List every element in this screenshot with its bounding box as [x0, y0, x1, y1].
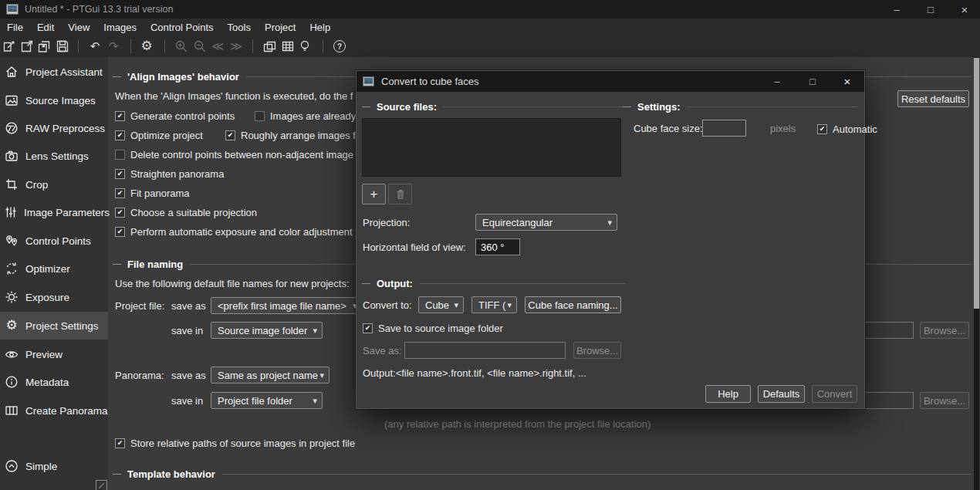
checkbox-fit-panorama[interactable]: Fit panorama [115, 188, 190, 198]
button-label: Reset defaults [901, 93, 965, 105]
sidebar-item-create-panorama[interactable]: Create Panorama [0, 397, 108, 424]
sun-icon [4, 289, 19, 305]
sidebar-item-simple[interactable]: Simple [0, 452, 108, 480]
sidebar-item-project-settings[interactable]: ⚙ Project Settings [0, 312, 108, 340]
toolbar-separator [164, 39, 165, 53]
save-as-input[interactable] [404, 342, 566, 359]
zoom-in-button[interactable] [174, 39, 188, 53]
menu-help[interactable]: Help [302, 22, 337, 33]
import-project-button[interactable] [36, 39, 52, 53]
panorama-folder-browse-button[interactable]: Browse... [920, 392, 969, 409]
checkbox-label: Roughly arrange images fir [241, 130, 361, 141]
sidebar-item-raw-preprocess[interactable]: RAW Preprocess [0, 114, 108, 142]
menu-tools[interactable]: Tools [221, 22, 258, 33]
checkbox-save-to-source-folder[interactable]: Save to source image folder [363, 323, 503, 333]
previous-image-button[interactable]: ≪ [211, 39, 225, 53]
cube-face-naming-button[interactable]: Cube face naming... [525, 296, 621, 313]
checkbox-images-already-positioned[interactable]: Images are already [255, 110, 356, 121]
minimize-button[interactable]: – [881, 0, 912, 19]
hfov-input[interactable]: 360 ° [475, 238, 520, 255]
save-button[interactable] [56, 39, 69, 53]
menu-project[interactable]: Project [258, 22, 302, 33]
undo-button[interactable]: ↶ [88, 39, 102, 53]
checkbox-automatic[interactable]: Automatic [817, 123, 877, 134]
file-format-dropdown[interactable]: TIFF ( [471, 296, 517, 313]
detail-viewer-button[interactable] [281, 39, 295, 53]
menu-view[interactable]: View [61, 22, 96, 33]
new-project-button[interactable] [2, 39, 16, 53]
reset-defaults-button[interactable]: Reset defaults [897, 90, 969, 107]
scrollbar[interactable] [974, 57, 979, 490]
checkbox-icon [115, 130, 125, 140]
sidebar-item-crop[interactable]: Crop [0, 171, 108, 198]
checkbox-icon [817, 124, 827, 134]
checkbox-delete-control-points[interactable]: Delete control points between non-adjace… [115, 149, 353, 160]
sidebar-item-label: Project Assistant [25, 66, 103, 78]
section-title: Source files: [377, 101, 437, 113]
sidebar-item-preview[interactable]: Preview [0, 340, 108, 368]
convert-to-dropdown[interactable]: Cube [418, 296, 464, 313]
panorama-save-in-dropdown[interactable]: Project file folder [211, 392, 323, 409]
checkbox-straighten-panorama[interactable]: Straighten panorama [115, 168, 224, 179]
close-button[interactable]: × [949, 0, 980, 19]
file-naming-intro: Use the following default file names for… [115, 278, 350, 289]
menu-edit[interactable]: Edit [30, 22, 61, 33]
checkbox-auto-exposure[interactable]: Perform automatic exposure and color adj… [115, 226, 353, 237]
dialog-close-button[interactable]: × [830, 71, 864, 92]
source-files-list[interactable] [362, 118, 621, 177]
settings-button[interactable]: ⚙ [140, 39, 154, 53]
checkbox-optimize-project[interactable]: Optimize project [115, 130, 203, 140]
header-line [420, 283, 626, 284]
sidebar-item-exposure[interactable]: Exposure [0, 283, 108, 311]
remove-file-button[interactable] [388, 184, 412, 204]
sidebar-item-control-points[interactable]: Control Points [0, 227, 108, 255]
save-as-browse-button[interactable]: Browse... [573, 342, 621, 359]
redo-button[interactable]: ↷ [106, 39, 120, 53]
sidebar-item-optimizer[interactable]: Optimizer [0, 255, 108, 282]
sidebar-item-project-assistant[interactable]: Project Assistant [0, 58, 108, 86]
minimize-icon: – [774, 76, 779, 87]
menu-control-points[interactable]: Control Points [144, 22, 221, 33]
project-save-in-dropdown[interactable]: Source image folder [211, 322, 323, 339]
sidebar-item-source-images[interactable]: Source Images [0, 86, 108, 114]
cube-face-size-input[interactable] [702, 120, 746, 137]
dialog-minimize-button[interactable]: – [760, 71, 794, 92]
sidebar-item-lens-settings[interactable]: Lens Settings [0, 142, 108, 170]
toolbar-separator [252, 39, 253, 53]
scrollbar-thumb[interactable] [974, 58, 979, 309]
checkbox-generate-control-points[interactable]: Generate control points [115, 110, 235, 121]
open-project-button[interactable] [20, 39, 34, 53]
sidebar-item-image-parameters[interactable]: Image Parameters [0, 198, 108, 226]
dialog-maximize-button[interactable]: □ [796, 71, 830, 92]
checkbox-roughly-arrange[interactable]: Roughly arrange images fir [225, 130, 361, 140]
checkbox-icon [115, 169, 125, 179]
menu-file[interactable]: File [0, 22, 30, 33]
aperture-icon [4, 120, 19, 136]
save-in-label: save in [171, 325, 203, 336]
zoom-out-button[interactable] [193, 39, 207, 53]
project-save-as-dropdown[interactable]: <prefix first image file name> [211, 297, 363, 314]
add-file-button[interactable]: + [362, 184, 386, 204]
refresh-icon [4, 261, 19, 276]
defaults-button[interactable]: Defaults [758, 385, 805, 403]
help-button[interactable]: Help [705, 385, 751, 403]
convert-button[interactable]: Convert [812, 385, 857, 403]
panorama-save-as-dropdown[interactable]: Same as project name [211, 367, 329, 384]
checkbox-label: Images are already [270, 110, 356, 122]
projection-dropdown[interactable]: Equirectangular [475, 214, 617, 231]
checkbox-choose-projection[interactable]: Choose a suitable projection [115, 207, 257, 218]
menu-images[interactable]: Images [96, 22, 144, 33]
sidebar-item-label: Simple [25, 461, 57, 472]
help-button[interactable]: ? [333, 39, 346, 53]
sidebar-edit-icon[interactable] [96, 480, 107, 490]
input-value: 360 ° [481, 242, 505, 253]
checkbox-label: Optimize project [130, 130, 203, 141]
project-folder-browse-button[interactable]: Browse... [920, 322, 969, 339]
panorama-editor-button[interactable] [262, 39, 278, 53]
maximize-button[interactable]: □ [915, 0, 946, 19]
checkbox-store-relative-paths[interactable]: Store relative paths of source images in… [115, 438, 355, 448]
next-image-button[interactable]: ≫ [229, 39, 243, 53]
button-label: Browse... [924, 325, 965, 336]
hints-button[interactable] [298, 39, 312, 53]
sidebar-item-metadata[interactable]: Metadata [0, 368, 108, 396]
